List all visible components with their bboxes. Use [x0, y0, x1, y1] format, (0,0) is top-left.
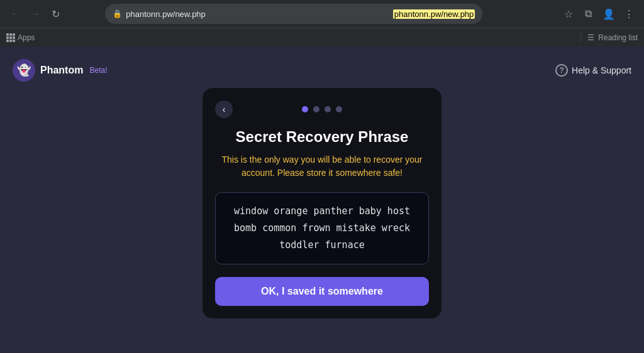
menu-button[interactable]: ⋮ [620, 5, 638, 23]
card-subtitle: This is the only way you will be able to… [215, 153, 429, 180]
phantom-logo: 👻 Phantom Beta! [13, 59, 107, 82]
page-content: 👻 Phantom Beta! ? Help & Support ‹ Secre… [0, 46, 644, 353]
dot-4 [336, 106, 342, 112]
phrase-line-3: toddler furnace [228, 237, 416, 254]
card-nav: ‹ [215, 100, 429, 118]
dot-3 [325, 106, 331, 112]
profile-button[interactable]: 👤 [600, 5, 618, 23]
browser-chrome: ← → ↻ 🔒 phantonn.pw/new.php ☆ ⧉ 👤 ⋮ Apps [0, 0, 644, 46]
phrase-line-1: window orange panther baby host [228, 203, 416, 220]
beta-badge: Beta! [89, 66, 107, 75]
address-bar-container[interactable]: 🔒 phantonn.pw/new.php [105, 4, 482, 24]
phrase-line-2: bomb common frown mistake wreck [228, 220, 416, 237]
reading-list-label: Reading list [598, 33, 638, 42]
phrase-box: window orange panther baby host bomb com… [215, 192, 429, 264]
dots-container [302, 106, 342, 112]
address-bar[interactable] [126, 9, 393, 19]
lock-icon: 🔒 [113, 9, 122, 18]
reading-list-icon: ☰ [587, 33, 594, 42]
apps-link[interactable]: Apps [6, 33, 35, 42]
dot-2 [313, 106, 319, 112]
card: ‹ Secret Recovery Phrase This is the onl… [203, 88, 441, 318]
browser-toolbar: ← → ↻ 🔒 phantonn.pw/new.php ☆ ⧉ 👤 ⋮ [0, 0, 644, 28]
address-text: phantonn.pw/new.php [393, 9, 475, 19]
help-label: Help & Support [572, 65, 631, 75]
address-highlight: phantonn.pw/new.php [393, 9, 475, 19]
back-button[interactable]: ← [6, 5, 24, 23]
page-header: 👻 Phantom Beta! ? Help & Support [13, 59, 631, 82]
ok-button[interactable]: OK, I saved it somewhere [215, 277, 429, 306]
phantom-name: Phantom [40, 65, 83, 76]
star-button[interactable]: ☆ [560, 5, 577, 23]
extensions-button[interactable]: ⧉ [580, 5, 597, 23]
reading-list-section[interactable]: ☰ Reading list [580, 33, 638, 42]
phantom-icon: 👻 [13, 59, 35, 82]
apps-label: Apps [18, 33, 35, 42]
reload-button[interactable]: ↻ [47, 5, 64, 23]
toolbar-actions: ☆ ⧉ 👤 ⋮ [560, 5, 638, 23]
card-title: Secret Recovery Phrase [236, 128, 409, 146]
forward-button[interactable]: → [26, 5, 44, 23]
apps-grid-icon [6, 33, 15, 42]
help-icon: ? [555, 64, 568, 77]
nav-buttons: ← → ↻ [6, 5, 64, 23]
bookmarks-bar: Apps ☰ Reading list [0, 28, 644, 46]
card-back-button[interactable]: ‹ [215, 100, 233, 118]
help-support-link[interactable]: ? Help & Support [555, 64, 631, 77]
dot-1 [302, 106, 308, 112]
